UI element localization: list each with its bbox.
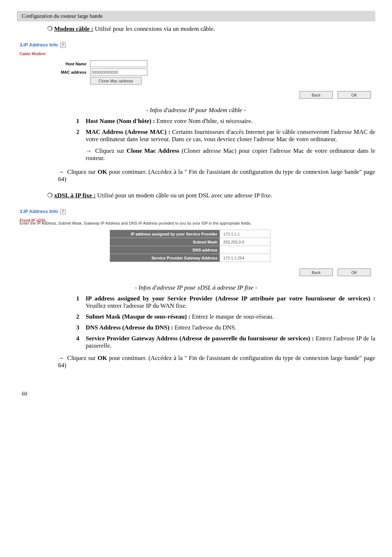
clone-row: Clone Mac address	[19, 77, 373, 85]
table-row: Subnet Mask255.255.0.0	[110, 238, 270, 246]
help-icon[interactable]: ?	[60, 209, 66, 214]
table-value-cell: 172.1.1.1	[220, 230, 270, 238]
list-item: 3DNS Address (Adresse du DNS) : Entrez l…	[76, 324, 375, 331]
host-name-label: Host Name	[19, 62, 90, 66]
ip-input[interactable]: 255.255.0.0	[222, 239, 268, 245]
list1-container: 1Host Name (Nom d'hôte) : Entrez votre N…	[76, 118, 375, 143]
list-item-number: 3	[76, 324, 79, 331]
back-button[interactable]: Back	[299, 269, 333, 276]
table-value-cell: 172.1.1.254	[220, 254, 270, 262]
host-name-input[interactable]	[90, 60, 147, 67]
caption-2: - Infos d'adresse IP pour xDSL à adresse…	[0, 284, 392, 291]
list-item: 2Subnet Mask (Masque de sous-réseau) : E…	[76, 313, 375, 320]
shot1-section: Cable Modem	[20, 52, 373, 56]
mac-label: MAC address	[19, 70, 90, 74]
mac-row: MAC address 000000000000	[19, 69, 373, 75]
list-item-term: DNS Address (Adresse du DNS) :	[86, 324, 175, 331]
ip-input[interactable]: 172.1.1.254	[222, 255, 268, 261]
ok-tip-2: Cliquez sur OK pour continuer. (Accédez …	[58, 355, 375, 369]
shot2-title: 3.IP Address Info ?	[20, 209, 373, 214]
clone-tip-pre: Cliquez sur	[95, 147, 126, 154]
clone-tip-bold: Clone Mac Address	[127, 147, 180, 154]
ok-tip1-pre: Cliquez sur	[67, 168, 98, 175]
list-item-term: MAC Address (Adresse MAC) :	[86, 128, 172, 135]
bullet-xdsl: xDSL à IP fixe : Utilisé pour un modem c…	[47, 192, 375, 199]
ip-table: IP address assigned by your Service Prov…	[110, 230, 270, 262]
table-label-cell: DNS address	[110, 246, 220, 254]
table-row: DNS address	[110, 246, 270, 254]
shot2-title-text: 3.IP Address Info	[20, 209, 58, 214]
list-item: 4Service Provider Gateway Address (Adres…	[76, 335, 375, 349]
list-item-text: Veuillez entrer l'adresse IP du WAN fixe…	[86, 302, 187, 309]
list-item-text: Entrez l'adresse du DNS.	[175, 324, 236, 331]
clone-mac-button[interactable]: Clone Mac address	[90, 77, 142, 85]
table-row: Service Provider Gateway Address172.1.1.…	[110, 254, 270, 262]
table-label-cell: Subnet Mask	[110, 238, 220, 246]
bullet-modem-rest: Utilisé pour les connexions via un modem…	[95, 25, 215, 32]
ok-tip2-pre: Cliquez sur	[67, 355, 98, 361]
screenshot-cable-modem: 3.IP Address Info ? Cable Modem Host Nam…	[17, 38, 375, 103]
host-name-row: Host Name	[19, 60, 373, 67]
list-item-number: 2	[76, 313, 79, 320]
bullet-modem-label: Modem câble :	[54, 25, 93, 32]
table-value-cell	[220, 246, 270, 254]
list-item-number: 4	[76, 335, 79, 342]
list-item-term: IP address assigned by your Service Prov…	[86, 295, 375, 302]
list-item-number: 1	[76, 118, 79, 125]
list-item-number: 2	[76, 128, 79, 136]
ok-tip2-bold: OK	[98, 355, 107, 361]
clone-tip: Cliquez sur Clone Mac Address (Cloner ad…	[86, 147, 375, 162]
table-label-cell: IP address assigned by your Service Prov…	[110, 230, 220, 238]
bullet-xdsl-label: xDSL à IP fixe :	[54, 192, 95, 199]
help-icon[interactable]: ?	[60, 42, 66, 48]
list-item: 1IP address assigned by your Service Pro…	[76, 295, 375, 310]
bullet-marker	[47, 192, 54, 199]
ip-input[interactable]	[222, 247, 268, 253]
list-item-number: 1	[76, 295, 79, 302]
list-item-term: Service Provider Gateway Address (Adress…	[86, 335, 316, 342]
list-item-term: Subnet Mask (Masque de sous-réseau) :	[86, 313, 192, 320]
numbered-list-1: 1Host Name (Nom d'hôte) : Entrez votre N…	[76, 118, 375, 143]
bullet-modem-cable: Modem câble : Utilisé pour les connexion…	[47, 25, 375, 33]
list-item-text: Entrez votre Nom d'hôte, si nécessaire.	[156, 118, 253, 124]
ok-button[interactable]: OK	[338, 269, 371, 276]
shot2-desc: Enter the IP Address, Subnet Mask, Gatew…	[20, 221, 373, 225]
screenshot-fixed-ip: 3.IP Address Info ? Fixed-IP xDSL Enter …	[17, 204, 375, 280]
bullet-xdsl-rest: Utilisé pour un modem câble ou un pont D…	[97, 192, 272, 199]
list2-container: 1IP address assigned by your Service Pro…	[76, 295, 375, 349]
back-button[interactable]: Back	[299, 91, 333, 99]
caption-1: - Infos d'adresse IP pour Modem câble -	[0, 107, 392, 114]
page-number: 60	[22, 391, 392, 397]
numbered-list-2: 1IP address assigned by your Service Pro…	[76, 295, 375, 349]
table-row: IP address assigned by your Service Prov…	[110, 230, 270, 238]
page-header-bar: Configuration du routeur large bande	[17, 11, 375, 21]
mac-input[interactable]: 000000000000	[90, 69, 147, 75]
list-item-term: Host Name (Nom d'hôte) :	[86, 118, 156, 124]
ok-tip-1: Cliquez sur OK pour continuer. (Accédez …	[58, 168, 375, 183]
list-item: 2MAC Address (Adresse MAC) : Certains fo…	[76, 128, 375, 143]
ok-tip1-bold: OK	[98, 168, 107, 175]
shot1-button-row: Back OK	[19, 91, 371, 99]
ip-input[interactable]: 172.1.1.1	[222, 231, 268, 237]
list-item: 1Host Name (Nom d'hôte) : Entrez votre N…	[76, 118, 375, 125]
list-item-text: Entrez le masque de sous-réseau.	[192, 313, 274, 320]
page-header-text: Configuration du routeur large bande	[22, 13, 103, 19]
bullet-marker	[47, 25, 54, 32]
ok-button[interactable]: OK	[338, 91, 371, 99]
shot1-title-text: 3.IP Address Info	[20, 42, 58, 48]
shot2-button-row: Back OK	[19, 269, 371, 276]
table-label-cell: Service Provider Gateway Address	[110, 254, 220, 262]
table-value-cell: 255.255.0.0	[220, 238, 270, 246]
shot1-title: 3.IP Address Info ?	[20, 42, 373, 48]
